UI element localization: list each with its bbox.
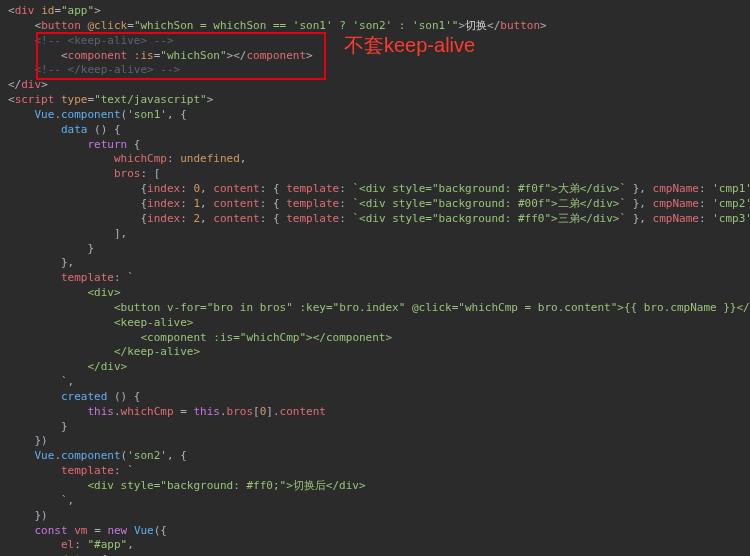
source-code: <div id="app"> <button @click="whichSon … [8,4,742,556]
code-editor-viewport: <div id="app"> <button @click="whichSon … [8,4,742,556]
